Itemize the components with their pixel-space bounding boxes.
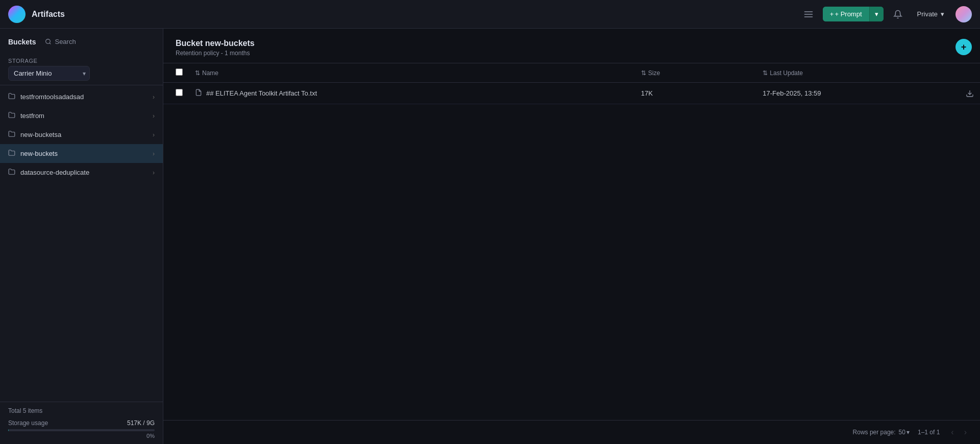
bucket-name-label: datasource-deduplicate [20,169,148,176]
bucket-chevron-icon: › [153,169,155,176]
sort-icon: ⇅ [195,69,200,77]
storage-select-wrapper: Carrier Minio ▾ [8,66,90,81]
bucket-name-label: testfrom [20,112,148,120]
bell-icon-btn[interactable] [890,6,906,22]
download-btn[interactable] [966,89,974,98]
file-icon [195,89,202,98]
bucket-chevron-icon: › [153,131,155,138]
file-name-cell: ## ELITEA Agent Toolkit Artifact To.txt [195,89,629,98]
bucket-title: Bucket new-buckets [176,39,255,48]
size-col-header: ⇅ Size [635,63,757,83]
table-area: ⇅ Name ⇅ Size ⇅ [163,63,980,420]
row-checkbox[interactable] [176,89,183,96]
total-items-label: Total 5 items [8,407,155,414]
search-button[interactable]: Search [41,36,80,48]
main-layout: Buckets Search Storage Carrier Minio ▾ [0,29,980,444]
bucket-chevron-icon: › [153,150,155,157]
file-table: ⇅ Name ⇅ Size ⇅ [163,63,980,104]
private-chevron-icon: ▾ [941,10,944,18]
storage-usage-label: Storage usage [8,419,48,427]
sidebar-item-new-bucketsa[interactable]: new-bucketsa › [0,125,163,144]
name-col-label: Name [202,69,218,77]
action-col-header [960,63,980,83]
add-bucket-btn[interactable]: + [955,39,972,55]
storage-bar-bg [8,429,155,431]
row-action-cell [960,83,980,104]
private-label: Private [917,10,938,18]
bucket-name-label: new-bucketsa [20,131,148,138]
storage-usage-row: Storage usage 517K / 9G [8,419,155,427]
pagination-bar: Rows per page: 50 ▾ 1–1 of 1 ‹ › [163,420,980,444]
rows-per-page-label: Rows per page: [853,429,896,436]
sort-icon: ⇅ [641,69,646,77]
storage-usage-value: 517K / 9G [127,419,155,427]
next-page-btn[interactable]: › [961,427,970,438]
chevron-down-icon: ▾ [875,10,878,18]
bucket-chevron-icon: › [153,112,155,120]
rows-select-chevron-icon: ▾ [906,429,910,436]
table-row[interactable]: ## ELITEA Agent Toolkit Artifact To.txt … [163,83,980,104]
storage-select[interactable]: Carrier Minio [8,66,90,81]
app-logo [8,6,26,23]
prompt-button-group: + + Prompt ▾ [823,7,884,21]
prev-page-btn[interactable]: ‹ [948,427,957,438]
rows-per-page-btn[interactable]: 50 ▾ [899,429,910,436]
name-sort-btn[interactable]: ⇅ Name [195,69,218,77]
row-checkbox-cell [163,83,189,104]
topnav-right: + + Prompt ▾ Private ▾ [800,6,972,22]
file-name-text: ## ELITEA Agent Toolkit Artifact To.txt [206,89,317,97]
content-header: Bucket new-buckets Retention policy - 1 … [163,29,980,63]
bucket-chevron-icon: › [153,94,155,101]
waves-icon-btn[interactable] [800,6,817,22]
folder-icon [8,111,15,120]
sort-icon: ⇅ [763,69,768,77]
plus-icon: + [830,10,834,18]
name-col-header: ⇅ Name [189,63,635,83]
date-sort-btn[interactable]: ⇅ Last Update [763,69,803,77]
sidebar-item-testfromtoolsadadsad[interactable]: testfromtoolsadadsad › [0,87,163,106]
rows-per-page-section: Rows per page: 50 ▾ [853,429,910,436]
private-btn[interactable]: Private ▾ [912,7,949,21]
row-size-cell: 17K [635,83,757,104]
rows-per-page-value: 50 [899,429,905,436]
storage-area-header: Storage Carrier Minio ▾ [0,52,163,85]
sidebar-title: Buckets [8,38,36,46]
table-header: ⇅ Name ⇅ Size ⇅ [163,63,980,83]
app-title: Artifacts [32,10,794,19]
storage-bar-fill [8,429,9,431]
sidebar-bucket-list: testfromtoolsadadsad › testfrom › [0,85,163,402]
bucket-name-label: new-buckets [20,150,148,157]
sidebar-header: Buckets Search [0,29,163,52]
bucket-retention-policy: Retention policy - 1 months [176,50,255,57]
row-name-cell: ## ELITEA Agent Toolkit Artifact To.txt [189,83,635,104]
folder-icon [8,149,15,158]
date-col-header: ⇅ Last Update [756,63,960,83]
sidebar-footer: Total 5 items Storage usage 517K / 9G 0% [0,402,163,444]
folder-icon [8,92,15,101]
prompt-label: + Prompt [835,10,862,18]
select-all-checkbox[interactable] [176,68,183,76]
main-content: Bucket new-buckets Retention policy - 1 … [163,29,980,444]
folder-icon [8,130,15,139]
bucket-name-label: testfromtoolsadadsad [20,93,148,101]
sidebar-item-new-buckets[interactable]: new-buckets › [0,144,163,163]
size-sort-btn[interactable]: ⇅ Size [641,69,660,77]
prompt-button-main[interactable]: + + Prompt [823,7,869,21]
folder-icon [8,168,15,177]
sidebar-item-testfrom[interactable]: testfrom › [0,106,163,125]
table-body: ## ELITEA Agent Toolkit Artifact To.txt … [163,83,980,104]
add-icon: + [961,42,967,53]
sidebar: Buckets Search Storage Carrier Minio ▾ [0,29,163,444]
prompt-button-arrow[interactable]: ▾ [869,7,884,21]
avatar[interactable] [955,6,972,22]
sidebar-item-datasource-deduplicate[interactable]: datasource-deduplicate › [0,163,163,182]
search-label: Search [55,38,76,45]
storage-percent-label: 0% [8,433,155,439]
row-date-cell: 17-Feb-2025, 13:59 [756,83,960,104]
bucket-info: Bucket new-buckets Retention policy - 1 … [176,39,255,57]
checkbox-col-header [163,63,189,83]
size-col-label: Size [648,69,660,77]
date-col-label: Last Update [770,69,803,77]
topnav: Artifacts + + Prompt ▾ Private ▾ [0,0,980,29]
page-info: 1–1 of 1 [918,429,940,436]
